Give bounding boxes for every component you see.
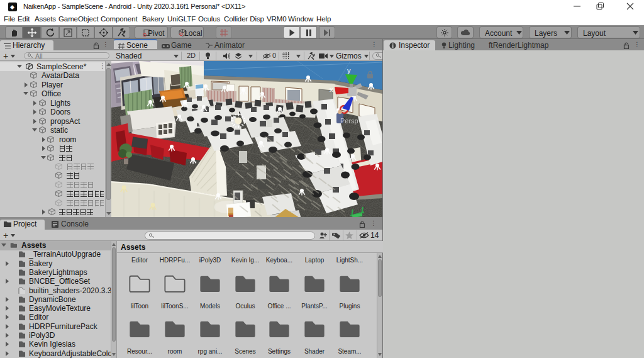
svg-text:x: x: [330, 86, 333, 93]
svg-text:y: y: [347, 67, 351, 74]
svg-text:Persp: Persp: [340, 117, 358, 125]
